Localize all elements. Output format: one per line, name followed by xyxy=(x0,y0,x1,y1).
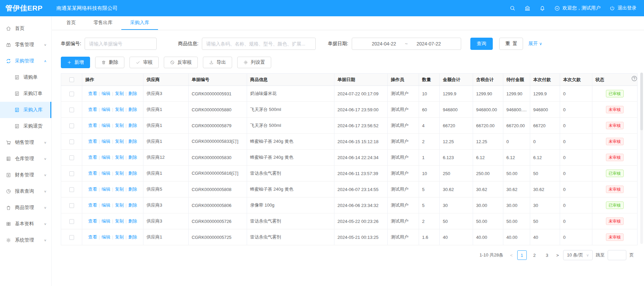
copy-link[interactable]: 复制 xyxy=(115,91,124,96)
reset-button[interactable]: 重置 xyxy=(499,38,523,50)
sidebar-item-finance[interactable]: 财务管理 ∨ xyxy=(0,167,51,183)
sidebar-item-purchase-inbound[interactable]: 采购入库 xyxy=(0,102,51,118)
sidebar-item-report[interactable]: 报表查询 ∨ xyxy=(0,183,51,199)
delete-link[interactable]: 删除 xyxy=(128,187,137,192)
edit-link[interactable]: 编辑 xyxy=(102,91,110,96)
select-all-checkbox[interactable] xyxy=(69,77,74,82)
copy-link[interactable]: 复制 xyxy=(115,218,124,224)
copy-link[interactable]: 复制 xyxy=(115,187,124,192)
edit-link[interactable]: 编辑 xyxy=(102,123,110,128)
row-checkbox[interactable] xyxy=(69,92,74,96)
edit-link[interactable]: 编辑 xyxy=(102,218,110,224)
logout-button[interactable]: 退出登录 xyxy=(609,5,637,11)
page-button[interactable]: 2 xyxy=(530,250,539,260)
view-link[interactable]: 查看 xyxy=(88,234,97,240)
copy-link[interactable]: 复制 xyxy=(115,123,124,128)
view-link[interactable]: 查看 xyxy=(88,203,97,208)
delete-link[interactable]: 删除 xyxy=(128,107,137,112)
product-info-input[interactable] xyxy=(202,38,316,50)
jump-page-input[interactable] xyxy=(608,250,626,260)
copy-link[interactable]: 复制 xyxy=(115,234,124,240)
page-button[interactable]: 3 xyxy=(542,250,552,260)
delete-link[interactable]: 删除 xyxy=(128,234,137,240)
sidebar-item-purchase-order[interactable]: 采购订单 xyxy=(0,85,51,102)
unaudit-button[interactable]: 反审核 xyxy=(164,57,198,68)
next-page-button[interactable]: > xyxy=(555,253,560,258)
sidebar-item-purchase-request[interactable]: 请购单 xyxy=(0,69,51,85)
delete-link[interactable]: 删除 xyxy=(128,139,137,144)
sidebar-item-basic[interactable]: 基本资料 ∨ xyxy=(0,216,51,232)
search-icon[interactable] xyxy=(509,5,516,11)
sidebar-item-retail[interactable]: 零售管理 ∨ xyxy=(0,37,51,53)
add-button[interactable]: 新增 xyxy=(61,57,90,68)
edit-link[interactable]: 编辑 xyxy=(102,139,110,144)
delete-button[interactable]: 删除 xyxy=(95,57,124,68)
sidebar-item-system[interactable]: 系统管理 ∨ xyxy=(0,232,51,248)
row-checkbox[interactable] xyxy=(69,123,74,128)
view-link[interactable]: 查看 xyxy=(88,155,97,160)
delete-link[interactable]: 删除 xyxy=(128,155,137,160)
tab-retail-outbound[interactable]: 零售出库 xyxy=(85,16,121,30)
view-link[interactable]: 查看 xyxy=(88,218,97,224)
view-link[interactable]: 查看 xyxy=(88,187,97,192)
sidebar-item-product[interactable]: 商品管理 ∨ xyxy=(0,199,51,216)
edit-link[interactable]: 编辑 xyxy=(102,187,110,192)
row-checkbox[interactable] xyxy=(69,203,74,208)
page-button[interactable]: 1 xyxy=(517,250,527,260)
audit-button[interactable]: 审核 xyxy=(129,57,159,68)
cell-date: 2024-06-06 23:34:32 xyxy=(334,197,388,213)
row-checkbox[interactable] xyxy=(69,108,74,112)
row-checkbox[interactable] xyxy=(69,155,74,160)
sidebar-item-label: 报表查询 xyxy=(15,188,34,194)
delete-link[interactable]: 删除 xyxy=(128,203,137,208)
copy-link[interactable]: 复制 xyxy=(115,203,124,208)
view-link[interactable]: 查看 xyxy=(88,91,97,96)
copy-link[interactable]: 复制 xyxy=(115,107,124,112)
row-checkbox[interactable] xyxy=(69,139,74,144)
tab-purchase-inbound[interactable]: 采购入库 xyxy=(121,16,158,30)
search-button[interactable]: 查询 xyxy=(470,38,493,50)
edit-link[interactable]: 编辑 xyxy=(102,203,110,208)
scrollbar[interactable] xyxy=(640,73,643,244)
date-range-picker[interactable]: 2024-04-22 ~ 2024-07-22 xyxy=(352,38,461,50)
prev-page-button[interactable]: < xyxy=(509,253,514,258)
copy-link[interactable]: 复制 xyxy=(115,139,124,144)
sidebar-item-home[interactable]: 首页 xyxy=(0,20,51,37)
date-start[interactable]: 2024-04-22 xyxy=(372,41,396,46)
order-no-input[interactable] xyxy=(85,38,157,50)
sidebar-item-purchase-return[interactable]: 采购退货 xyxy=(0,118,51,134)
row-checkbox[interactable] xyxy=(69,219,74,224)
delete-link[interactable]: 删除 xyxy=(128,171,137,176)
copy-link[interactable]: 复制 xyxy=(115,155,124,160)
copy-link[interactable]: 复制 xyxy=(115,171,124,176)
bell-icon[interactable] xyxy=(539,5,545,11)
sidebar-item-warehouse[interactable]: 仓库管理 ∨ xyxy=(0,151,51,167)
view-link[interactable]: 查看 xyxy=(88,171,97,176)
sidebar-item-sales[interactable]: 销售管理 ∨ xyxy=(0,134,51,151)
user-menu[interactable]: 欢迎您，测试用户 xyxy=(554,5,601,11)
row-checkbox[interactable] xyxy=(69,235,74,240)
export-button[interactable]: 导出 xyxy=(203,57,232,68)
edit-link[interactable]: 编辑 xyxy=(102,234,110,240)
view-link[interactable]: 查看 xyxy=(88,107,97,112)
delete-link[interactable]: 删除 xyxy=(128,218,137,224)
bank-icon[interactable] xyxy=(524,5,530,11)
expand-link[interactable]: 展开 ∨ xyxy=(528,41,542,47)
edit-link[interactable]: 编辑 xyxy=(102,171,110,176)
view-link[interactable]: 查看 xyxy=(88,139,97,144)
help-icon[interactable] xyxy=(631,75,638,82)
page-size-select[interactable]: 10 条/页 ∨ xyxy=(563,250,593,260)
sidebar-item-purchase[interactable]: 采购管理 ∧ xyxy=(0,53,51,69)
view-link[interactable]: 查看 xyxy=(88,123,97,128)
row-checkbox[interactable] xyxy=(69,187,74,192)
filter-bar: 单据编号: 商品信息: 单据日期: 2024-04-22 ~ 2024-07-2… xyxy=(52,30,644,50)
delete-link[interactable]: 删除 xyxy=(128,123,137,128)
row-checkbox[interactable] xyxy=(69,171,74,176)
scrollbar-thumb[interactable] xyxy=(640,73,643,130)
tab-home[interactable]: 首页 xyxy=(57,16,85,30)
date-end[interactable]: 2024-07-22 xyxy=(417,41,441,46)
delete-link[interactable]: 删除 xyxy=(128,91,137,96)
edit-link[interactable]: 编辑 xyxy=(102,107,110,112)
column-settings-button[interactable]: 列设置 xyxy=(237,57,271,68)
edit-link[interactable]: 编辑 xyxy=(102,155,110,160)
